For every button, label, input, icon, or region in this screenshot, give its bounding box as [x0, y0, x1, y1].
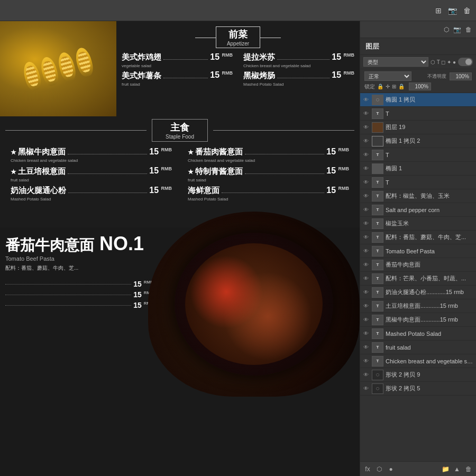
eye-icon[interactable]: 👁 — [362, 179, 370, 186]
group-icon[interactable]: 📁 — [441, 465, 450, 473]
staple-sub-5: Mashed Potato Salad — [11, 197, 172, 202]
layer-item[interactable]: 👁 ⬡ 形状 2 拷贝 9 — [360, 368, 476, 382]
eye-icon[interactable]: 👁 — [362, 206, 370, 214]
adjustment-icon[interactable]: ● — [387, 465, 395, 473]
panel-title: 图层 — [365, 42, 379, 50]
eye-icon[interactable]: 👁 — [362, 165, 370, 172]
layer-item[interactable]: 👁 T Chicken breast and vegetable salad — [360, 354, 476, 368]
eye-icon[interactable]: 👁 — [362, 193, 370, 200]
layer-item[interactable]: 👁 T T — [360, 148, 476, 162]
layer-item[interactable]: 👁 T 奶油火腿通心粉............15 rmb — [360, 286, 476, 299]
appetizer-header-box: 前菜 Appetizer — [216, 26, 260, 48]
layer-item[interactable]: 👁 T 椒盐玉米 — [360, 217, 476, 231]
lock-icon: 🔒 — [377, 84, 383, 89]
layer-name-7: T — [386, 179, 474, 186]
fill-value[interactable]: 100% — [409, 83, 431, 90]
list-item: 美式炸薯条 15 RMB fruit salad — [122, 70, 233, 86]
layer-item[interactable]: 👁 ⬡ 形状 2 拷贝 5 — [360, 382, 476, 396]
layer-thumb-shape-4: ⬡ — [372, 383, 383, 394]
staple-item-6: 海鲜意面 — [188, 186, 219, 196]
layer-item[interactable]: 👁 T 配料：番茄、蘑菇、牛肉、芝... — [360, 231, 476, 244]
layer-item[interactable]: 👁 椭圆 1 — [360, 162, 476, 176]
staple-dots-6 — [222, 193, 324, 193]
panel-icon-3[interactable]: 🗑 — [465, 26, 472, 33]
layer-name-3: 图层 19 — [386, 123, 474, 131]
pasta-plate-visual — [148, 212, 360, 397]
layer-thumb-img-2 — [372, 136, 383, 147]
staple-sub-4: fruit salad — [188, 178, 349, 182]
trash-icon[interactable]: 🗑 — [463, 6, 471, 15]
lock-label: 锁定 — [364, 83, 375, 90]
item-name-3: 美式炸薯条 — [122, 71, 161, 81]
corn-pieces — [21, 46, 95, 92]
layer-filter-select[interactable]: 类型 — [363, 57, 428, 67]
eye-icon[interactable]: 👁 — [362, 358, 370, 365]
layer-item[interactable]: 👁 T T — [360, 107, 476, 121]
eye-icon[interactable]: 👁 — [362, 220, 370, 227]
fx-icon[interactable]: fx — [363, 465, 372, 473]
layer-thumb-text: T — [372, 356, 383, 367]
panel-bottom-left: fx ⬡ ● — [363, 465, 395, 473]
delete-layer-icon[interactable]: 🗑 — [464, 465, 473, 473]
camera-icon[interactable]: 📷 — [448, 6, 457, 15]
layer-thumb-text: T — [372, 260, 383, 270]
eye-icon[interactable]: 👁 — [362, 316, 370, 324]
layer-item[interactable]: 👁 T 黑椒牛肉意面............15 rmb — [360, 313, 476, 327]
new-layer-icon[interactable]: ▲ — [453, 465, 461, 473]
layer-thumb-text: T — [372, 342, 383, 353]
layer-name-1: 椭圆 1 拷贝 — [386, 96, 474, 104]
layer-name-5: T — [386, 152, 474, 158]
panel-icon-1[interactable]: ⬡ — [444, 26, 449, 33]
layer-item[interactable]: 👁 T fruit salad — [360, 341, 476, 354]
filter-toggle[interactable] — [458, 58, 473, 66]
panel-icon-2[interactable]: 📷 — [453, 26, 461, 33]
eye-icon[interactable]: 👁 — [362, 385, 370, 392]
mask-icon[interactable]: ⬡ — [375, 465, 383, 473]
staple-dots-1 — [68, 154, 147, 154]
dots-2 — [277, 59, 329, 60]
eye-icon[interactable]: 👁 — [362, 289, 370, 296]
eye-icon[interactable]: 👁 — [362, 275, 370, 282]
featured-left: 番茄牛肉意面 NO.1 Tomato Beef Pasta 配料：番茄、蘑菇、牛… — [5, 233, 153, 312]
layer-item[interactable]: 👁 T 番茄牛肉意面 — [360, 258, 476, 272]
layer-item[interactable]: 👁 T 配料：椒盐、黄油、玉米 — [360, 189, 476, 203]
layer-item[interactable]: 👁 T Salt and pepper corn — [360, 203, 476, 217]
eye-icon[interactable]: 👁 — [362, 371, 370, 379]
staple-food-section: 主食 Staple Food 黑椒牛肉意面 15 RMB Chicken bre… — [5, 119, 354, 202]
staple-price-2: 15 RMB — [326, 147, 349, 157]
eye-icon[interactable]: 👁 — [362, 138, 370, 145]
panel-title-bar: 图层 — [360, 38, 476, 55]
eye-icon[interactable]: 👁 — [362, 303, 370, 310]
dots-4 — [277, 78, 329, 78]
layer-item[interactable]: 👁 ⬡ 椭圆 1 拷贝 — [360, 93, 476, 107]
eye-icon[interactable]: 👁 — [362, 151, 370, 159]
staple-sub-1: Chicken breast and vegetable salad — [11, 158, 172, 163]
blend-mode-select[interactable]: 正常 — [364, 71, 411, 81]
item-sub-3: fruit salad — [122, 82, 233, 87]
layer-item[interactable]: 👁 T 土豆培根意面............15 rmb — [360, 299, 476, 313]
item-sub-4: Mashed Potato Salad — [243, 82, 354, 87]
opacity-label: 不透明度 — [415, 73, 446, 80]
eye-icon[interactable]: 👁 — [362, 234, 370, 241]
opacity-value[interactable]: 100% — [450, 72, 472, 80]
eye-icon[interactable]: 👁 — [362, 330, 370, 337]
grid-icon[interactable]: ⊞ — [435, 6, 442, 15]
featured-price-row: 15 RMB — [5, 280, 153, 288]
layer-item[interactable]: 👁 T 配料：芒果、小番茄、时蔬、... — [360, 272, 476, 286]
layer-item[interactable]: 👁 椭圆 1 拷贝 2 — [360, 134, 476, 148]
eye-icon[interactable]: 👁 — [362, 248, 370, 255]
eye-icon[interactable]: 👁 — [362, 261, 370, 269]
layer-item[interactable]: 👁 图层 19 — [360, 121, 476, 134]
appetizer-header: 前菜 Appetizer — [122, 26, 354, 48]
featured-section: 番茄牛肉意面 NO.1 Tomato Beef Pasta 配料：番茄、蘑菇、牛… — [0, 227, 360, 476]
eye-icon[interactable]: 👁 — [362, 124, 370, 131]
layer-item[interactable]: 👁 T Tomato Beef Pasta — [360, 244, 476, 258]
layer-name-15: 奶油火腿通心粉............15 rmb — [386, 288, 474, 296]
layer-item[interactable]: 👁 T Mashed Potato Salad — [360, 327, 476, 341]
layer-name-12: Tomato Beef Pasta — [386, 248, 474, 254]
layer-thumb-img — [372, 122, 383, 133]
eye-icon[interactable]: 👁 — [362, 96, 370, 104]
layer-item[interactable]: 👁 T T — [360, 176, 476, 189]
eye-icon[interactable]: 👁 — [362, 110, 370, 117]
eye-icon[interactable]: 👁 — [362, 344, 370, 351]
